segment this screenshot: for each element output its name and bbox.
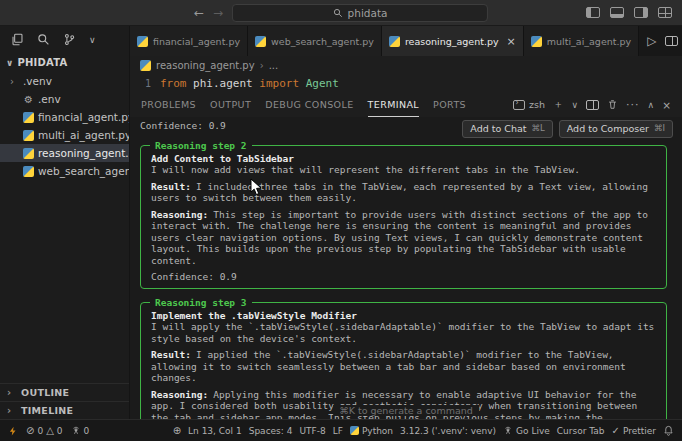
tree-item-reasoning-agent[interactable]: reasoning_agent.py	[0, 144, 129, 162]
go-live-button[interactable]: Go Live	[503, 426, 550, 436]
python-file-icon	[23, 148, 34, 159]
broadcast-icon	[71, 426, 81, 436]
tree-item-venv[interactable]: › .venv	[0, 72, 129, 90]
code-token: from	[160, 77, 187, 90]
prettier-status[interactable]: ✓ Prettier	[612, 425, 657, 436]
code-token: phi.agent	[187, 77, 260, 90]
code-line[interactable]: 1 from phi.agent import Agent	[130, 74, 682, 92]
tab-label: multi_ai_agent.py	[547, 36, 631, 47]
tree-item-label: .env	[38, 93, 61, 105]
encoding-setting[interactable]: UTF-8	[299, 426, 325, 436]
app-window: ← → phidata ∨ ∨ PHIDATA	[0, 0, 682, 441]
tab-web-search-agent[interactable]: web_search_agent.py	[248, 26, 382, 56]
python-file-icon	[389, 36, 400, 47]
terminal-icon	[513, 100, 525, 110]
customize-layout-icon[interactable]	[658, 7, 672, 18]
python-file-icon	[255, 36, 266, 47]
editor-actions: ▷ ···	[639, 26, 682, 56]
tree-item-label: reasoning_agent.py	[38, 147, 129, 159]
cursor-position[interactable]: Ln 13, Col 1	[188, 426, 242, 436]
tree-item-env[interactable]: ⚙ .env	[0, 90, 129, 108]
tree-item-label: .venv	[23, 75, 52, 87]
nav-forward-icon[interactable]: →	[213, 7, 223, 19]
terminal-dropdown-chevron-icon[interactable]: ∨	[572, 100, 579, 110]
chevron-right-icon: ›	[7, 387, 16, 398]
close-panel-icon[interactable]: ×	[662, 99, 671, 111]
new-terminal-icon[interactable]: ＋	[553, 98, 564, 112]
panel-more-icon[interactable]: ···	[626, 98, 640, 111]
tab-financial-agent[interactable]: financial_agent.py	[130, 26, 248, 56]
maximize-panel-icon[interactable]: ∧	[648, 100, 655, 110]
nav-back-icon[interactable]: ←	[194, 7, 204, 19]
step-heading: Implement the .tabViewStyle Modifier	[151, 310, 656, 322]
close-tab-icon[interactable]: ×	[507, 36, 516, 47]
indentation-setting[interactable]: Spaces: 4	[249, 426, 293, 436]
panel-tab-output[interactable]: OUTPUT	[210, 92, 251, 117]
source-control-icon[interactable]	[63, 33, 76, 46]
notifications-bell-icon[interactable]	[663, 425, 674, 436]
python-file-icon	[531, 36, 542, 47]
panel-header: PROBLEMS OUTPUT DEBUG CONSOLE TERMINAL P…	[130, 92, 682, 117]
python-interpreter[interactable]: 3.12.3 ('.venv': venv)	[400, 426, 496, 436]
python-file-icon	[137, 36, 148, 47]
panel-tab-debug-console[interactable]: DEBUG CONSOLE	[265, 92, 353, 117]
warning-icon: △	[46, 425, 54, 436]
breadcrumb-more: ...	[269, 60, 279, 71]
more-views-chevron-icon[interactable]: ∨	[89, 35, 96, 45]
terminal-output[interactable]: Confidence: 0.9 Add to Chat ⌘L Add to Co…	[130, 117, 682, 419]
tree-item-label: multi_ai_agent.py	[38, 129, 129, 141]
problems-indicator[interactable]: ⊘ 0 △ 0	[26, 425, 63, 436]
kill-terminal-icon[interactable]	[607, 99, 618, 110]
language-mode[interactable]: Python	[350, 426, 393, 436]
python-file-icon	[23, 130, 34, 141]
step-intro: I will now add views that will represent…	[151, 164, 656, 176]
tree-item-web-search-agent[interactable]: web_search_agent.py	[0, 162, 129, 180]
split-editor-icon[interactable]	[665, 36, 678, 46]
search-view-icon[interactable]	[37, 33, 50, 46]
add-to-chat-button[interactable]: Add to Chat ⌘L	[462, 120, 552, 138]
split-terminal-icon[interactable]	[586, 100, 599, 110]
tree-item-multi-ai-agent[interactable]: multi_ai_agent.py	[0, 126, 129, 144]
chevron-down-icon: ∨	[6, 58, 14, 68]
cursor-tab-toggle[interactable]: Cursor Tab	[557, 426, 605, 436]
toggle-secondary-sidebar-icon[interactable]	[634, 7, 648, 18]
panel-tab-problems[interactable]: PROBLEMS	[141, 92, 196, 117]
toggle-sidebar-icon[interactable]	[586, 7, 600, 18]
sidebar-section-header[interactable]: ∨ PHIDATA	[0, 53, 129, 72]
sidebar: ∨ ∨ PHIDATA › .venv ⚙ .env	[0, 26, 130, 419]
run-button[interactable]: ▷	[647, 34, 656, 48]
status-bar: ⊘ 0 △ 0 0 ⊕ Ln 13, Col 1 Spaces: 4 UTF-8…	[0, 419, 682, 441]
outline-section[interactable]: › OUTLINE	[0, 383, 129, 401]
step-result: Result:I included three tabs in the TabV…	[151, 181, 656, 204]
tab-multi-ai-agent[interactable]: multi_ai_agent.py	[524, 26, 639, 56]
gear-icon: ⚙	[23, 94, 34, 105]
line-number: 1	[130, 78, 160, 89]
add-to-composer-button[interactable]: Add to Composer ⌘I	[559, 120, 673, 138]
panel-tab-terminal[interactable]: TERMINAL	[368, 92, 420, 117]
broadcast-icon	[503, 426, 513, 436]
tab-reasoning-agent[interactable]: reasoning_agent.py ×	[382, 26, 524, 56]
step-title: Reasoning step 3	[150, 297, 252, 309]
explorer-icon[interactable]	[11, 33, 24, 46]
remote-indicator-icon[interactable]	[8, 425, 18, 437]
toggle-panel-icon[interactable]	[610, 7, 624, 18]
generate-command-hint[interactable]: ⌘K to generate a command	[333, 405, 479, 417]
breadcrumb[interactable]: reasoning_agent.py › ...	[130, 56, 682, 74]
ports-indicator[interactable]: 0	[71, 426, 90, 436]
panel-tab-ports[interactable]: PORTS	[433, 92, 466, 117]
command-center-search[interactable]: phidata	[232, 4, 488, 22]
terminal-shell-selector[interactable]: zsh	[513, 99, 545, 110]
python-icon	[350, 426, 359, 435]
tree-item-label: financial_agent.py	[38, 111, 129, 123]
step-reasoning: Reasoning:This step is important to prov…	[151, 209, 656, 267]
timeline-section[interactable]: › TIMELINE	[0, 401, 129, 419]
editor-area: financial_agent.py web_search_agent.py r…	[130, 26, 682, 419]
tree-item-financial-agent[interactable]: financial_agent.py	[0, 108, 129, 126]
screencast-zoom-icon[interactable]: ⊕	[173, 425, 181, 436]
project-title: PHIDATA	[18, 57, 68, 68]
activity-bar: ∨	[0, 26, 129, 53]
reasoning-step-box: Reasoning step 3 Implement the .tabViewS…	[140, 302, 667, 420]
eol-setting[interactable]: LF	[333, 426, 343, 436]
editor-tabs: financial_agent.py web_search_agent.py r…	[130, 26, 682, 56]
python-file-icon	[23, 166, 34, 177]
